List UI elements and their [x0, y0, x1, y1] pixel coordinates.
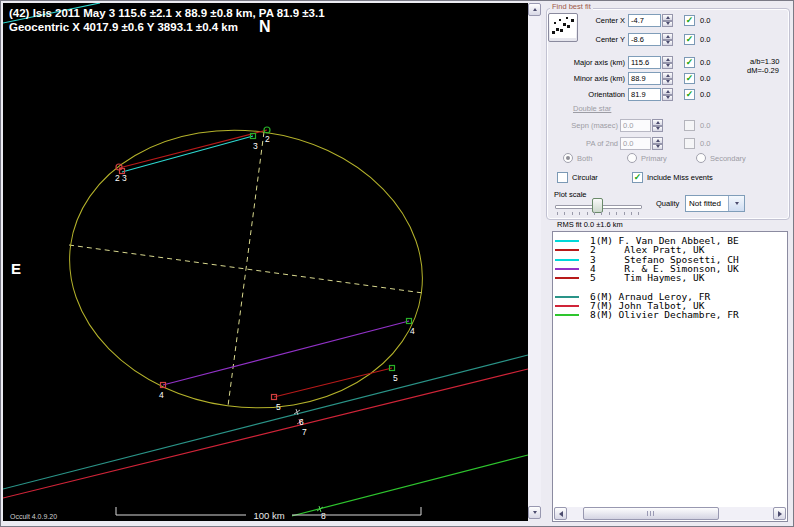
minor-axis-km-label: Minor axis (km)	[549, 75, 625, 83]
axis-ratio-label: a/b=1.30	[750, 58, 779, 66]
center-x-spinner-down[interactable]	[662, 21, 673, 28]
include-miss-events-label: Include Miss events	[647, 174, 713, 182]
sepn-masec-fit-checkbox[interactable]	[684, 120, 695, 131]
observer-row[interactable]: 8(M) Olivier Dechambre, FR	[553, 310, 787, 319]
svg-text:2: 2	[265, 134, 270, 144]
svg-text:Geocentric X 4017.9 ±0.6 Y 389: Geocentric X 4017.9 ±0.6 Y 3893.1 ±0.4 k…	[9, 21, 238, 33]
pa-of-2nd-fit-checkbox[interactable]	[684, 138, 695, 149]
quality-dropdown[interactable]: Not fitted	[685, 195, 745, 212]
quality-label: Quality	[656, 200, 679, 208]
slider-tick	[587, 212, 588, 215]
svg-text:(42) Isis 2011 May 3 115.6: (42) Isis 2011 May 3 115.6 ±2.1 x 88.9 ±…	[9, 7, 325, 19]
primary-radio[interactable]	[627, 153, 637, 163]
major-axis-km-spinner[interactable]	[662, 56, 673, 69]
observer-text: 5 Tim Haymes, UK	[590, 273, 704, 282]
scroll-right-button[interactable]	[773, 507, 786, 520]
pa-of-2nd-error-value: 0.0	[700, 140, 710, 148]
slider-tick	[631, 212, 632, 215]
minor-axis-km-input[interactable]: 88.9	[628, 72, 661, 85]
center-x-error-value: 0.0	[700, 17, 710, 25]
scroll-down-button[interactable]	[528, 506, 541, 519]
slider-tick	[624, 212, 625, 215]
observer-row[interactable]: 5 Tim Haymes, UK	[553, 273, 787, 282]
slider-tick	[601, 212, 602, 215]
observer-color-line	[555, 314, 579, 316]
sepn-masec-error-value: 0.0	[700, 122, 710, 130]
svg-text:4: 4	[159, 390, 164, 400]
orientation-fit-checkbox[interactable]: ✓	[684, 89, 695, 100]
both-radio-label: Both	[577, 155, 592, 163]
sepn-masec-input[interactable]: 0.0	[620, 119, 651, 132]
orientation-spinner-down[interactable]	[662, 95, 673, 102]
both-radio[interactable]	[563, 153, 573, 163]
double-star-title: Double star	[573, 105, 611, 113]
hscroll-thumb[interactable]	[583, 507, 719, 520]
rms-fit-label: RMS fit 0.0 ±1.6 km	[557, 221, 623, 229]
minor-axis-km-fit-checkbox[interactable]: ✓	[684, 73, 695, 84]
scroll-left-button[interactable]	[554, 507, 567, 520]
center-y-label: Center Y	[549, 36, 625, 44]
center-y-spinner-down[interactable]	[662, 40, 673, 47]
both-radio-dot	[566, 156, 570, 160]
svg-text:Occult 4.0.9.20: Occult 4.0.9.20	[10, 513, 57, 520]
svg-text:8: 8	[321, 511, 326, 521]
slider-tick	[616, 212, 617, 215]
slider-tick	[638, 212, 639, 215]
observer-text: 8(M) Olivier Dechambre, FR	[590, 310, 739, 319]
slider-tick	[572, 212, 573, 215]
scroll-up-button[interactable]	[528, 3, 541, 16]
plot-scale-slider-thumb[interactable]	[592, 198, 603, 213]
center-x-input[interactable]: -4.7	[628, 14, 661, 27]
orientation-label: Orientation	[549, 91, 625, 99]
plot-vertical-scrollbar[interactable]	[528, 3, 541, 519]
minor-axis-km-spinner-down[interactable]	[662, 79, 673, 86]
center-x-fit-checkbox[interactable]: ✓	[684, 15, 695, 26]
pa-of-2nd-input[interactable]: 0.0	[620, 137, 651, 150]
occultation-plot: 2 3324455678100 km(42) Isis 2011 May 3 1…	[3, 3, 528, 521]
pa-of-2nd-spinner[interactable]	[652, 137, 663, 150]
svg-text:6: 6	[299, 417, 304, 427]
plot-scale-label: Plot scale	[554, 191, 587, 199]
major-axis-km-label: Major axis (km)	[549, 59, 625, 67]
svg-text:5: 5	[276, 402, 281, 412]
svg-text:4: 4	[410, 326, 415, 336]
minor-axis-km-spinner[interactable]	[662, 72, 673, 85]
svg-text:2 3: 2 3	[115, 173, 127, 183]
occult-window: 2 3324455678100 km(42) Isis 2011 May 3 1…	[0, 0, 794, 527]
include-miss-events-checkbox[interactable]: ✓	[632, 172, 643, 183]
svg-text:E: E	[11, 260, 21, 277]
observer-color-line	[555, 249, 579, 251]
major-axis-km-spinner-down[interactable]	[662, 63, 673, 70]
observer-color-line	[555, 240, 579, 242]
center-y-spinner[interactable]	[662, 33, 673, 46]
orientation-input[interactable]: 81.9	[628, 88, 661, 101]
find-best-fit-title: Find best fit	[550, 2, 593, 11]
slider-tick	[594, 212, 595, 215]
center-x-label: Center X	[549, 17, 625, 25]
svg-text:N: N	[259, 18, 271, 35]
center-y-error-value: 0.0	[700, 36, 710, 44]
primary-radio-label: Primary	[641, 155, 667, 163]
sepn-masec-spinner[interactable]	[652, 119, 663, 132]
observer-color-line	[555, 277, 579, 279]
observer-list[interactable]: 1(M) F. Van Den Abbeel, BE2 Alex Pratt, …	[552, 231, 788, 522]
dropdown-arrow-icon[interactable]	[728, 196, 744, 211]
major-axis-km-input[interactable]: 115.6	[628, 56, 661, 69]
orientation-spinner[interactable]	[662, 88, 673, 101]
svg-text:5: 5	[393, 373, 398, 383]
pa-of-2nd-spinner-down[interactable]	[652, 144, 663, 151]
center-y-input[interactable]: -8.6	[628, 33, 661, 46]
slider-tick	[579, 212, 580, 215]
center-y-fit-checkbox[interactable]: ✓	[684, 34, 695, 45]
center-x-spinner[interactable]	[662, 14, 673, 27]
major-axis-km-error-value: 0.0	[700, 59, 710, 67]
secondary-radio[interactable]	[696, 153, 706, 163]
secondary-radio-label: Secondary	[710, 155, 746, 163]
observer-list-hscrollbar[interactable]	[554, 507, 786, 520]
major-axis-km-fit-checkbox[interactable]: ✓	[684, 57, 695, 68]
sepn-masec-spinner-down[interactable]	[652, 126, 663, 133]
orientation-error-value: 0.0	[700, 91, 710, 99]
circular-checkbox[interactable]	[557, 172, 568, 183]
sepn-masec-label: Sepn (masec)	[549, 122, 618, 130]
observer-color-line	[555, 296, 579, 298]
